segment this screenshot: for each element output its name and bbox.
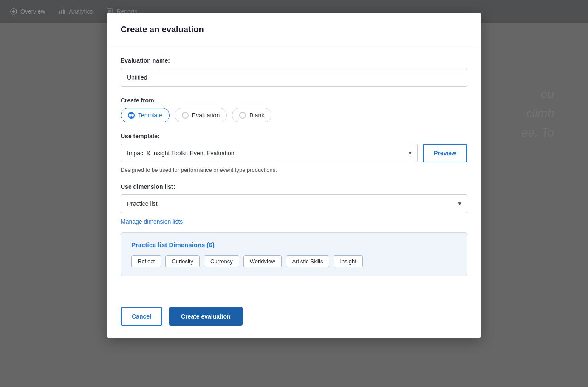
use-template-label: Use template: [121,133,467,139]
evaluation-name-group: Evaluation name: [121,57,467,87]
use-template-group: Use template: Impact & Insight Toolkit E… [121,133,467,173]
modal-header: Create an evaluation [107,13,481,45]
radio-circle-template [128,112,135,119]
dimension-tag-curiosity: Curiosity [165,255,200,267]
template-select-row: Impact & Insight Toolkit Event Evaluatio… [121,144,467,162]
dimension-list-label: Use dimension list: [121,183,467,190]
radio-circle-evaluation [182,112,189,119]
cancel-button[interactable]: Cancel [121,307,162,326]
dimension-select-wrapper: Practice list ▼ [121,194,467,213]
dimensions-preview-box: Practice list Dimensions (6) Reflect Cur… [121,232,467,276]
dimension-list-group: Use dimension list: Practice list ▼ Mana… [121,183,467,276]
radio-label-blank: Blank [249,112,264,119]
evaluation-name-input[interactable] [121,68,467,87]
radio-template[interactable]: Template [121,108,170,122]
dimension-tag-artistic-skills: Artistic Skills [286,255,330,267]
modal-footer: Cancel Create evaluation [107,299,481,338]
radio-circle-blank [239,112,246,119]
create-evaluation-button[interactable]: Create evaluation [169,307,243,326]
preview-button[interactable]: Preview [423,144,467,162]
template-select-wrapper: Impact & Insight Toolkit Event Evaluatio… [121,144,418,162]
create-from-radio-group: Template Evaluation Blank [121,108,467,122]
manage-dimension-lists-link[interactable]: Manage dimension lists [121,218,183,225]
dimension-tag-insight: Insight [334,255,362,267]
dimension-tag-reflect: Reflect [131,255,161,267]
dimension-tag-worldview: Worldview [243,255,282,267]
evaluation-name-label: Evaluation name: [121,57,467,64]
template-description: Designed to be used for performance or e… [121,167,467,173]
dimensions-box-title: Practice list Dimensions (6) [131,241,457,248]
template-select[interactable]: Impact & Insight Toolkit Event Evaluatio… [121,144,418,162]
modal-title: Create an evaluation [121,25,467,34]
radio-label-template: Template [138,112,162,119]
dimension-tag-currency: Currency [204,255,239,267]
create-evaluation-modal: Create an evaluation Evaluation name: Cr… [107,13,481,338]
radio-label-evaluation: Evaluation [192,112,220,119]
create-from-label: Create from: [121,97,467,104]
radio-blank[interactable]: Blank [232,108,271,122]
dimension-list-select[interactable]: Practice list [121,194,467,213]
create-from-group: Create from: Template Evaluation Blank [121,97,467,122]
radio-evaluation[interactable]: Evaluation [175,108,227,122]
dimension-tags-container: Reflect Curiosity Currency Worldview Art… [131,255,457,267]
modal-body: Evaluation name: Create from: Template E… [107,45,481,299]
